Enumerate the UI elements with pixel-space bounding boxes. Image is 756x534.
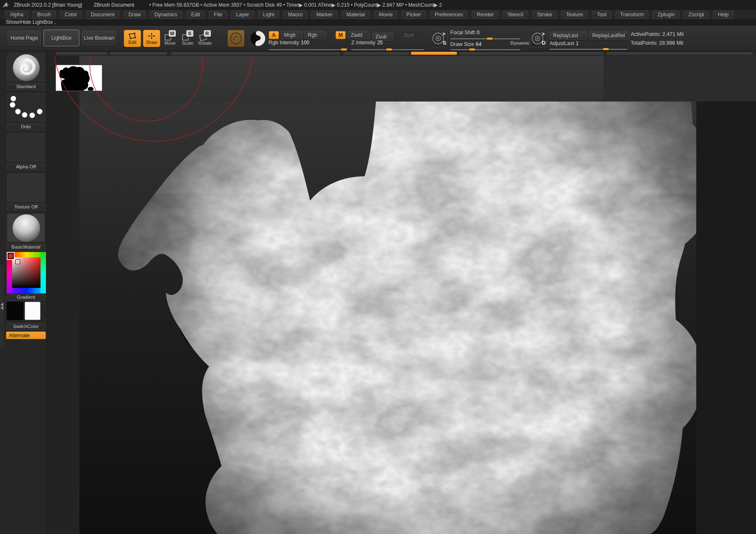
edit-button[interactable]: Edit	[124, 30, 141, 47]
document-preview-thumbnail[interactable]	[56, 65, 102, 91]
menu-item[interactable]: Edit	[186, 10, 205, 19]
stroke-type-button[interactable]: S	[430, 30, 448, 47]
menu-item[interactable]: Preferences	[430, 10, 468, 19]
adjust-last-handle[interactable]	[602, 48, 609, 51]
brush-name-label[interactable]: Standard	[7, 83, 45, 90]
draw-size-handle[interactable]	[469, 48, 476, 51]
lightbox-button[interactable]: LightBox	[43, 30, 79, 46]
dynamic-label[interactable]: Dynamic	[510, 41, 530, 46]
menu-item[interactable]: Material	[341, 10, 370, 19]
replay-last-rel-button[interactable]: ReplayLastRel	[589, 31, 629, 40]
curve-mode-button[interactable]: D	[530, 30, 547, 47]
move-label: Move	[165, 41, 176, 46]
focal-shift-handle[interactable]	[486, 37, 493, 40]
menu-item[interactable]: Zplugin	[652, 10, 680, 19]
menu-item[interactable]: Stroke	[532, 10, 557, 19]
rgb-button[interactable]: Rgb	[304, 31, 326, 39]
menu-item[interactable]: Dynamics	[150, 10, 183, 19]
sculpt-model[interactable]	[79, 56, 696, 534]
status-readout: • Free Mem 59.837GB • Active Mem 3937 • …	[149, 2, 442, 8]
menu-item[interactable]: Layer	[231, 10, 254, 19]
main-color-swatch[interactable]	[7, 302, 23, 320]
move-button[interactable]: M Move	[163, 30, 177, 46]
alpha-name-label[interactable]: Alpha Off	[7, 163, 45, 170]
menu-item[interactable]: Document	[86, 10, 120, 19]
hue-strip-bottom[interactable]	[7, 288, 46, 293]
gradient-label[interactable]: Gradient	[7, 294, 45, 300]
alternate-button[interactable]: Alternate	[6, 331, 46, 339]
brush-thumbnail[interactable]	[7, 53, 45, 82]
draw-button[interactable]: Draw	[143, 30, 160, 47]
lightbox-hint[interactable]: Show/Hide LightBox ,	[6, 19, 56, 25]
title-bar: ZBrush 2022.0.2 [Brian Young] ZBrush Doc…	[0, 0, 756, 10]
divider-segment[interactable]	[56, 52, 107, 55]
menu-item[interactable]: Help	[713, 10, 734, 19]
rgb-intensity-value: 100	[301, 40, 310, 46]
texture-thumbnail[interactable]	[7, 173, 45, 202]
material-name-label[interactable]: BasicMaterial	[7, 244, 45, 250]
focal-shift-slider[interactable]: Focal Shift0	[450, 30, 520, 40]
menu-item[interactable]: Transform	[615, 10, 649, 19]
document-silhouette-icon	[56, 65, 102, 91]
divider-segment[interactable]	[459, 52, 604, 55]
current-brush-button[interactable]	[227, 30, 245, 47]
adjust-last-slider[interactable]: AdjustLast1	[550, 41, 627, 51]
menu-item[interactable]: Color	[60, 10, 82, 19]
hue-strip-right[interactable]	[41, 252, 46, 293]
menu-item[interactable]: File	[209, 10, 227, 19]
mrgb-button[interactable]: Mrgb	[281, 31, 303, 39]
color-cursor[interactable]	[16, 260, 20, 264]
rgb-intensity-slider[interactable]: Rgb Intensity100	[269, 40, 346, 51]
scale-button[interactable]: S Scale	[180, 30, 195, 46]
menu-item[interactable]: Stencil	[502, 10, 528, 19]
texture-name-label[interactable]: Texture Off	[7, 203, 45, 210]
divider-segment[interactable]	[343, 52, 409, 55]
move-badge-icon: M	[169, 30, 176, 37]
material-thumbnail[interactable]	[7, 213, 45, 242]
replay-last-button[interactable]: ReplayLast	[550, 31, 587, 40]
z-intensity-value: 25	[377, 40, 383, 46]
switch-color-button[interactable]: SwitchColor	[7, 323, 45, 330]
menu-item[interactable]: Brush	[32, 10, 56, 19]
menu-item[interactable]: Texture	[561, 10, 588, 19]
menu-item[interactable]: Tool	[592, 10, 611, 19]
z-intensity-slider[interactable]: Z Intensity25	[351, 40, 424, 51]
live-boolean-button[interactable]: Live Boolean	[82, 31, 116, 46]
current-material-button[interactable]	[250, 31, 266, 46]
secondary-color-swatch[interactable]	[25, 302, 41, 320]
a-toggle-button[interactable]: A	[269, 31, 279, 39]
document-canvas[interactable]	[47, 51, 756, 534]
stroke-name-label[interactable]: Dots	[7, 123, 45, 130]
z-intensity-handle[interactable]	[386, 48, 393, 51]
menu-item[interactable]: Marker	[311, 10, 337, 19]
color-picker[interactable]	[7, 252, 46, 293]
stroke-thumbnail[interactable]	[7, 93, 45, 122]
tray-collapse-handle-icon[interactable]	[0, 303, 4, 311]
menu-item[interactable]: Draw	[124, 10, 146, 19]
left-tray: Standard Dots Alpha Off Texture Off	[0, 51, 47, 534]
draw-size-slider[interactable]: Draw Size64	[450, 41, 520, 51]
menu-item[interactable]: Light	[258, 10, 279, 19]
menu-item[interactable]: Movie	[374, 10, 398, 19]
zadd-button[interactable]: Zadd	[348, 31, 370, 39]
rotate-button[interactable]: R Rotate	[198, 30, 212, 46]
menu-item[interactable]: Alpha	[5, 10, 28, 19]
divider-segment[interactable]	[606, 52, 753, 55]
zcut-button[interactable]: Zcut	[401, 31, 420, 39]
rgb-intensity-handle[interactable]	[340, 48, 348, 51]
alpha-thumbnail[interactable]	[7, 133, 45, 162]
standard-brush-sphere-icon	[7, 53, 45, 82]
divider-segment[interactable]	[110, 52, 167, 55]
menu-item[interactable]: Macro	[283, 10, 308, 19]
home-page-button[interactable]: Home Page	[8, 31, 41, 46]
menu-item[interactable]: Zscript	[683, 10, 709, 19]
m-toggle-button[interactable]: M	[335, 31, 346, 39]
divider-segment[interactable]	[171, 52, 340, 55]
draw-label: Draw	[146, 40, 157, 45]
curve-dot-icon: D	[530, 30, 547, 47]
draw-icon	[147, 33, 156, 39]
divider-segment-active[interactable]	[411, 52, 457, 55]
document-title: ZBrush Document	[94, 2, 134, 8]
menu-item[interactable]: Render	[472, 10, 499, 19]
menu-item[interactable]: Picker	[401, 10, 426, 19]
